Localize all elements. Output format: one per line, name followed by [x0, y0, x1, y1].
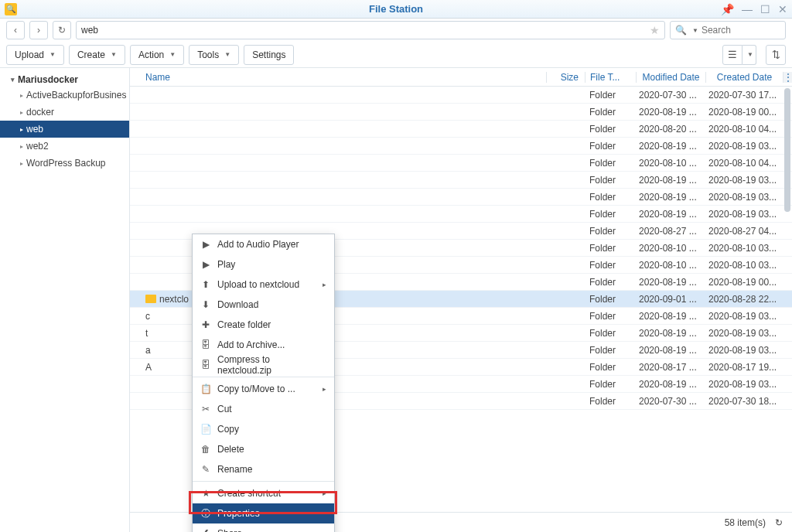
menu-item[interactable]: ✎Rename [193, 459, 334, 479]
file-created: 2020-08-19 03... [705, 175, 783, 186]
menu-label: Add to Audio Player [217, 239, 299, 250]
menu-item[interactable]: 📄Copy [193, 419, 334, 439]
close-icon[interactable]: ✕ [778, 3, 787, 15]
column-headers: Name Size File T... Modified Date Create… [130, 68, 792, 87]
menu-icon: ★ [200, 488, 211, 499]
file-created: 2020-08-27 04... [705, 226, 783, 237]
file-type: Folder [585, 141, 636, 152]
file-modified: 2020-08-27 ... [636, 226, 705, 237]
file-created: 2020-08-19 03... [705, 379, 783, 390]
forward-button[interactable]: › [29, 21, 48, 39]
table-row[interactable]: Folder2020-08-19 ...2020-08-19 03... [130, 189, 792, 206]
file-type: Folder [585, 226, 636, 237]
table-row[interactable]: Folder2020-08-19 ...2020-08-19 03... [130, 206, 792, 223]
file-created: 2020-08-10 03... [705, 260, 783, 271]
menu-item[interactable]: ▶Add to Audio Player [193, 234, 334, 254]
menu-label: Copy to/Move to ... [217, 384, 295, 394]
refresh-button[interactable]: ↻ [53, 21, 71, 39]
view-dropdown[interactable]: ▼ [742, 45, 756, 65]
menu-item[interactable]: ⬆Upload to nextcloud▸ [193, 275, 334, 295]
tools-button[interactable]: Tools▼ [189, 45, 239, 65]
file-modified: 2020-08-10 ... [636, 243, 705, 254]
menu-icon: ▶ [200, 239, 211, 250]
menu-icon: ⬆ [200, 279, 211, 290]
menu-item[interactable]: 🗑Delete [193, 439, 334, 459]
sort-button[interactable]: ⇅ [766, 45, 786, 65]
favorite-icon[interactable]: ★ [650, 24, 660, 36]
menu-icon: 📄 [200, 424, 211, 435]
file-created: 2020-08-19 00... [705, 107, 783, 118]
table-row[interactable]: Folder2020-08-20 ...2020-08-10 04... [130, 121, 792, 138]
menu-label: Rename [217, 464, 252, 475]
sidebar-item[interactable]: ▸web [0, 121, 129, 138]
menu-icon: ✎ [200, 464, 211, 475]
file-created: 2020-07-30 17... [705, 90, 783, 101]
table-row[interactable]: Folder2020-08-19 ...2020-08-19 03... [130, 172, 792, 189]
menu-item[interactable]: ⓘProperties [193, 503, 334, 523]
search-box[interactable]: 🔍▼ [670, 21, 786, 39]
settings-button[interactable]: Settings [244, 45, 294, 65]
table-row[interactable]: Folder2020-08-19 ...2020-08-19 03... [130, 138, 792, 155]
create-button[interactable]: Create▼ [69, 45, 125, 65]
menu-item[interactable]: ✂Cut [193, 399, 334, 419]
path-bar[interactable]: web ★ [76, 21, 665, 39]
back-button[interactable]: ‹ [6, 21, 25, 39]
sidebar-item[interactable]: ▸web2 [0, 138, 129, 155]
minimize-icon[interactable]: — [742, 3, 753, 15]
menu-icon: ▶ [200, 259, 211, 270]
menu-label: Download [217, 299, 258, 310]
menu-label: Compress to nextcloud.zip [217, 354, 326, 376]
file-type: Folder [585, 311, 636, 322]
tree-root[interactable]: ▾ Mariusdocker [0, 73, 129, 87]
col-size[interactable]: Size [546, 72, 585, 83]
menu-item[interactable]: ★Create shortcut▸ [193, 483, 334, 503]
sidebar-item[interactable]: ▸ActiveBackupforBusines [0, 87, 129, 104]
view-list-button[interactable]: ☰ [722, 45, 742, 65]
menu-label: Delete [217, 444, 244, 455]
col-created[interactable]: Created Date [705, 72, 783, 83]
action-button[interactable]: Action▼ [130, 45, 184, 65]
menu-icon: ⓘ [200, 507, 211, 520]
file-type: Folder [585, 243, 636, 254]
file-created: 2020-08-17 19... [705, 362, 783, 373]
file-type: Folder [585, 362, 636, 373]
file-modified: 2020-08-19 ... [636, 311, 705, 322]
pin-icon[interactable]: 📌 [721, 3, 734, 15]
menu-label: Play [217, 259, 235, 270]
scrollbar[interactable] [784, 88, 790, 212]
menu-item[interactable]: ✚Create folder [193, 315, 334, 335]
expand-icon: ▸ [20, 126, 23, 133]
col-type[interactable]: File T... [585, 72, 636, 83]
upload-button[interactable]: Upload▼ [6, 45, 64, 65]
menu-item[interactable]: 📋Copy to/Move to ...▸ [193, 379, 334, 399]
file-created: 2020-08-28 22... [705, 294, 783, 305]
table-row[interactable]: Folder2020-08-10 ...2020-08-10 04... [130, 155, 792, 172]
menu-item[interactable]: 🗄Add to Archive... [193, 335, 334, 355]
menu-item[interactable]: ▶Play [193, 254, 334, 275]
file-created: 2020-08-10 03... [705, 243, 783, 254]
app-icon: 🔍 [5, 3, 17, 15]
menu-item[interactable]: ⬇Download [193, 295, 334, 315]
menu-item[interactable]: 🗄Compress to nextcloud.zip [193, 355, 334, 375]
refresh-status-icon[interactable]: ↻ [775, 517, 783, 528]
file-type: Folder [585, 277, 636, 288]
file-type: Folder [585, 396, 636, 407]
col-modified[interactable]: Modified Date [636, 72, 705, 83]
sidebar-item[interactable]: ▸docker [0, 104, 129, 121]
file-type: Folder [585, 260, 636, 271]
col-edge[interactable]: ⋮ [783, 72, 792, 83]
sidebar-item[interactable]: ▸WordPress Backup [0, 155, 129, 172]
file-modified: 2020-08-19 ... [636, 209, 705, 220]
menu-item[interactable]: ❮Share [193, 523, 334, 532]
file-modified: 2020-07-30 ... [636, 396, 705, 407]
file-type: Folder [585, 107, 636, 118]
file-modified: 2020-08-19 ... [636, 175, 705, 186]
col-name[interactable]: Name [130, 72, 546, 83]
maximize-icon[interactable]: ☐ [760, 3, 770, 15]
search-input[interactable] [702, 25, 780, 36]
table-row[interactable]: Folder2020-07-30 ...2020-07-30 17... [130, 87, 792, 104]
file-created: 2020-08-19 03... [705, 209, 783, 220]
table-row[interactable]: Folder2020-08-19 ...2020-08-19 00... [130, 104, 792, 121]
file-created: 2020-08-19 03... [705, 141, 783, 152]
folder-icon [145, 295, 156, 303]
